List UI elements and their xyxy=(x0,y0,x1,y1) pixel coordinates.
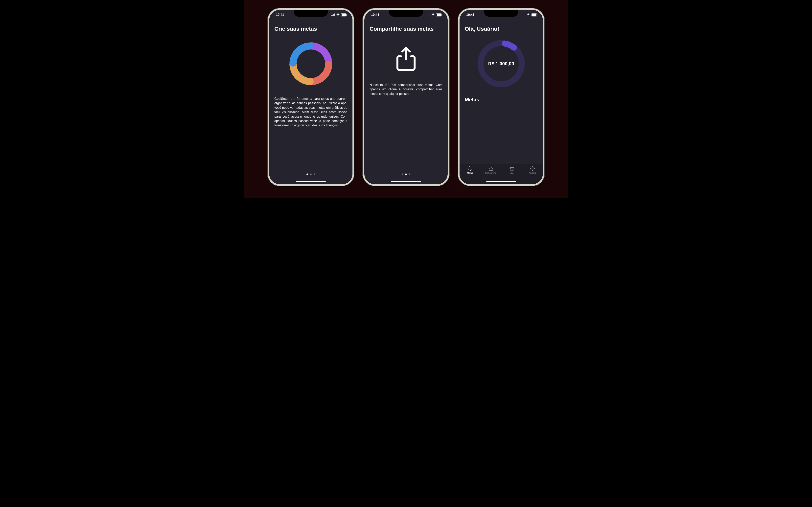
dot-3[interactable] xyxy=(409,173,410,175)
page-indicator[interactable] xyxy=(402,173,410,175)
svg-point-9 xyxy=(532,168,533,169)
device-notch xyxy=(294,10,328,17)
status-right-icons xyxy=(522,13,537,16)
gear-icon xyxy=(530,166,535,171)
phone-mockup-2: 10:41 Compartilhe suas metas Nunca foi t xyxy=(362,8,450,186)
metas-header-row: Metas ＋ xyxy=(465,97,538,103)
cellular-signal-icon xyxy=(522,13,525,16)
add-meta-button[interactable]: ＋ xyxy=(532,97,538,103)
cart-icon xyxy=(509,166,514,171)
status-right-icons xyxy=(426,13,442,16)
home-indicator xyxy=(296,181,326,182)
phone-mockup-1: 10:41 Crie suas metas xyxy=(267,8,354,186)
dot-2[interactable] xyxy=(405,173,407,175)
cellular-signal-icon xyxy=(332,13,335,16)
device-notch xyxy=(389,10,423,17)
balance-progress-ring: R$ 1.000,00 xyxy=(475,38,527,90)
tab-ajustes[interactable]: Ajustes xyxy=(522,166,543,174)
page-body-text: Nunca foi tão fácil compartilhar suas me… xyxy=(369,83,443,96)
status-time: 10:41 xyxy=(466,13,474,17)
home-indicator xyxy=(486,181,516,182)
wifi-icon xyxy=(526,13,530,16)
tab-label: Ajustes xyxy=(529,172,536,174)
tab-label: Metas xyxy=(467,172,473,174)
page-title: Compartilhe suas metas xyxy=(369,26,443,32)
dot-1[interactable] xyxy=(402,173,403,175)
circle-dashed-icon xyxy=(467,166,473,171)
wifi-icon xyxy=(432,13,435,16)
share-icon xyxy=(488,166,494,171)
tab-metas[interactable]: Metas xyxy=(460,166,480,174)
share-icon xyxy=(395,46,417,72)
greeting-title: Olá, Usuário! xyxy=(465,26,538,32)
battery-icon xyxy=(341,13,347,16)
tab-label: Compartilhe xyxy=(485,172,496,174)
svg-point-6 xyxy=(468,167,472,171)
section-title-metas: Metas xyxy=(465,97,479,103)
device-notch xyxy=(484,10,518,17)
status-time: 10:41 xyxy=(371,13,379,17)
home-screen[interactable]: Olá, Usuário! R$ 1.000,00 Metas ＋ xyxy=(460,20,543,184)
page-title: Crie suas metas xyxy=(274,26,347,32)
svg-point-7 xyxy=(511,170,511,171)
dot-2[interactable] xyxy=(310,173,312,175)
tab-compartilhe[interactable]: Compartilhe xyxy=(480,166,501,174)
page-indicator[interactable] xyxy=(306,173,315,175)
donut-chart-illustration xyxy=(274,40,347,88)
page-body-text: GoalSetter é a ferramenta para todos que… xyxy=(274,97,347,128)
tab-label: Loja xyxy=(510,172,514,174)
battery-icon xyxy=(531,13,537,16)
phone-mockup-3: 10:41 Olá, Usuário! R$ 1.000,00 xyxy=(458,8,545,186)
status-time: 10:41 xyxy=(276,13,284,17)
status-right-icons xyxy=(332,13,347,16)
dot-1[interactable] xyxy=(306,173,308,175)
onboarding-page-1[interactable]: Crie suas metas GoalSetter é a ferrament… xyxy=(269,20,352,184)
wifi-icon xyxy=(336,13,340,16)
share-illustration xyxy=(369,46,443,72)
balance-amount: R$ 1.000,00 xyxy=(488,61,514,66)
home-indicator xyxy=(391,181,421,182)
svg-point-8 xyxy=(512,170,513,171)
onboarding-page-2[interactable]: Compartilhe suas metas Nunca foi tão fác… xyxy=(364,20,448,184)
dot-3[interactable] xyxy=(314,173,315,175)
cellular-signal-icon xyxy=(426,13,430,16)
battery-icon xyxy=(436,13,442,16)
tab-loja[interactable]: Loja xyxy=(501,166,522,174)
